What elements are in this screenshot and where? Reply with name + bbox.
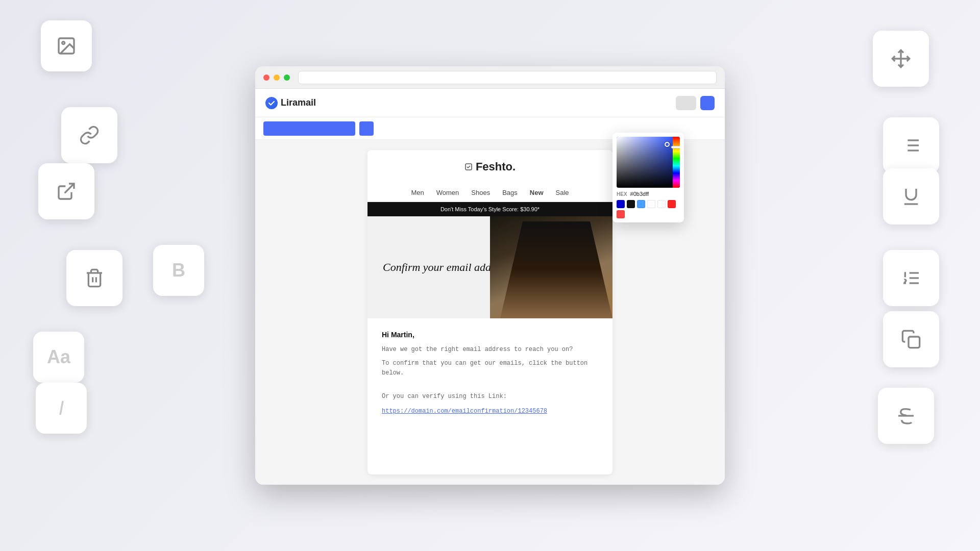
copy-icon (901, 329, 921, 349)
color-swatches (617, 200, 680, 218)
swatch-blue[interactable] (617, 200, 625, 208)
bold-icon-tile: B (153, 245, 204, 296)
browser-window: Liramail (255, 66, 725, 485)
color-gradient-area[interactable] (617, 137, 680, 188)
hex-label: HEX (617, 191, 627, 197)
liramail-logo: Liramail (265, 97, 316, 109)
ordered-list-icon-tile (883, 250, 939, 306)
link-icon-tile (61, 107, 117, 163)
close-dot[interactable] (263, 74, 270, 81)
bold-icon: B (172, 260, 185, 281)
swatch-black[interactable] (627, 200, 635, 208)
font-icon: Aa (47, 346, 70, 368)
nav-new[interactable]: New (530, 189, 544, 196)
browser-titlebar (255, 66, 725, 89)
strikethrough-icon (896, 406, 916, 426)
app-name: Liramail (281, 97, 316, 108)
swatch-red1[interactable] (668, 200, 676, 208)
svg-line-2 (65, 184, 74, 193)
move-icon-tile (873, 31, 929, 87)
logo-icon (265, 97, 278, 109)
swatch-white2[interactable] (657, 200, 666, 208)
copy-icon-tile (883, 311, 939, 367)
email-verify-link[interactable]: https://domain.com/emailconfirmation/123… (382, 408, 547, 415)
email-content: Feshto. Men Women Shoes Bags New Sale (368, 150, 612, 474)
maximize-dot[interactable] (284, 74, 290, 81)
external-link-icon (56, 181, 77, 202)
move-icon (891, 48, 911, 69)
underline-icon-tile (883, 168, 939, 224)
header-controls (676, 96, 715, 110)
trash-icon (84, 268, 105, 288)
swatch-white1[interactable] (647, 200, 655, 208)
email-hero: Confirm your email address! (368, 216, 612, 318)
address-bar[interactable] (298, 71, 717, 84)
email-greeting: Hi Martin, (382, 331, 598, 339)
external-link-icon-tile (38, 163, 94, 219)
italic-icon: I (59, 397, 64, 419)
list-icon-tile (883, 117, 939, 173)
nav-sale[interactable]: Sale (556, 189, 569, 196)
email-body: Hi Martin, Have we got the right email a… (368, 318, 612, 427)
trash-icon-tile (66, 250, 122, 306)
svg-rect-17 (909, 337, 920, 348)
font-icon-tile: Aa (33, 332, 84, 383)
header-btn-1[interactable] (676, 96, 696, 110)
hex-row: HEX #0b3dff (617, 191, 680, 197)
brand-name: Feshto. (378, 160, 602, 173)
email-brand-header: Feshto. (368, 150, 612, 184)
image-icon-tile (41, 20, 92, 71)
image-icon (56, 36, 77, 56)
nav-men[interactable]: Men (411, 189, 424, 196)
strikethrough-icon-tile (878, 388, 934, 444)
nav-shoes[interactable]: Shoes (471, 189, 490, 196)
email-link-label: Or you can verify using this Link: (382, 392, 598, 402)
link-icon (79, 125, 100, 145)
header-btn-2[interactable] (700, 96, 715, 110)
hue-cursor[interactable] (671, 146, 680, 148)
email-text-2: To confirm that you can get our emails, … (382, 359, 598, 378)
hero-image (490, 216, 612, 318)
list-icon (901, 135, 921, 156)
email-banner: Don't Miss Today's Style Score: $30.90* (368, 202, 612, 216)
nav-women[interactable]: Women (436, 189, 459, 196)
svg-point-1 (62, 42, 65, 44)
nav-bags[interactable]: Bags (502, 189, 518, 196)
underline-icon (901, 186, 921, 207)
email-text-1: Have we got the right email address to r… (382, 345, 598, 355)
italic-icon-tile: I (36, 383, 87, 434)
hex-value: #0b3dff (630, 191, 649, 197)
color-picker-popup: HEX #0b3dff (612, 133, 684, 222)
minimize-dot[interactable] (274, 74, 280, 81)
editor-header: Liramail (255, 89, 725, 117)
swatch-lightblue[interactable] (637, 200, 645, 208)
email-nav: Men Women Shoes Bags New Sale (368, 184, 612, 202)
ordered-list-icon (901, 268, 921, 288)
toolbar-color[interactable] (359, 121, 374, 136)
toolbar-input[interactable] (263, 121, 355, 136)
color-cursor[interactable] (665, 142, 670, 147)
hue-bar[interactable] (673, 137, 680, 188)
swatch-red2[interactable] (617, 210, 625, 218)
